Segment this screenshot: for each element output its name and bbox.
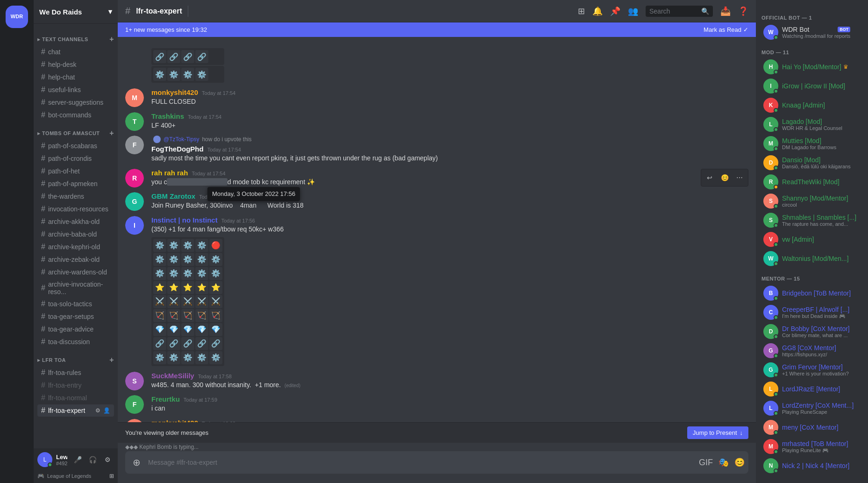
- member-item-mutties[interactable]: M Mutties [Mod] DM Lagado for Barrows: [758, 134, 866, 153]
- channel-item-archive-invocation[interactable]: # archive-invocation-reso...: [37, 279, 114, 297]
- channel-item-server-suggestions[interactable]: # server-suggestions: [37, 96, 114, 108]
- message-author[interactable]: SuckMeSilily: [151, 372, 194, 380]
- settings-button[interactable]: ⚙: [101, 453, 114, 466]
- channel-item-bot-commands[interactable]: # bot-commands: [37, 109, 114, 121]
- gif-button[interactable]: GIF: [699, 458, 713, 468]
- search-bar[interactable]: Search 🔍: [646, 6, 713, 17]
- add-channel-icon2[interactable]: +: [109, 129, 114, 137]
- server-header[interactable]: We Do Raids ▾: [34, 0, 118, 24]
- pin-icon[interactable]: 📌: [610, 6, 620, 16]
- mark-as-read-button[interactable]: Mark as Read ✓: [704, 26, 748, 33]
- new-messages-banner[interactable]: 1+ new messages since 19:32 Mark as Read…: [118, 22, 756, 37]
- member-item-hai-yo[interactable]: H Hai Yo [Mod/Mentor] ♛: [758, 58, 866, 76]
- member-item-creeperbf[interactable]: C CreeperBF | Alrwolf [...] I'm here but…: [758, 303, 866, 322]
- channel-item-toa-solo-tactics[interactable]: # toa-solo-tactics: [37, 298, 114, 310]
- channel-category-general[interactable]: ▸ TEXT CHANNELS +: [34, 28, 118, 45]
- member-item-lordzentry[interactable]: L LordZentry [CoX Ment...] Playing RuneS…: [758, 399, 866, 418]
- settings-icon[interactable]: ⚙: [95, 407, 100, 414]
- server-icon-wdr[interactable]: WDR: [6, 6, 28, 28]
- edited-tag: (edited): [285, 383, 300, 388]
- message-header: rah rah rah Today at 17:54: [151, 169, 748, 177]
- channel-item-chat[interactable]: # chat: [37, 46, 114, 58]
- channel-category-tombs[interactable]: ▸ TOMBS OF AMASCUT +: [34, 122, 118, 139]
- more-actions-button[interactable]: ⋯: [733, 171, 746, 184]
- member-item-bridgebon[interactable]: B Bridgebon [ToB Mentor]: [758, 284, 866, 303]
- member-item-dansio[interactable]: D Dansio [Mod] Dansiō, ēdā lūlū oki kāig…: [758, 153, 866, 172]
- channel-item-archive-zebak-old[interactable]: # archive-zebak-old: [37, 253, 114, 266]
- thread-icon[interactable]: ⊞: [578, 6, 585, 16]
- channel-item-archive-akkha-old[interactable]: # archive-akkha-old: [37, 216, 114, 228]
- message-author[interactable]: Instinct | no Instinct: [151, 216, 218, 224]
- member-item-gg8[interactable]: G GG8 [CoX Mentor] https://fishpuns.xyz/: [758, 341, 866, 360]
- message-author[interactable]: monkyshit420: [151, 419, 198, 422]
- message-author[interactable]: GBM Zarotox: [151, 192, 195, 200]
- channel-item-the-wardens[interactable]: # the-wardens: [37, 190, 114, 202]
- channel-item-toa-gear-advice[interactable]: # toa-gear-advice: [37, 323, 114, 335]
- member-item-wdr-bot[interactable]: W WDR Bot BOT Watching /modmail for repo…: [758, 23, 866, 42]
- notification-bell-icon[interactable]: 🔔: [592, 6, 603, 16]
- emoji-button[interactable]: 😊: [734, 457, 745, 468]
- member-item-vw[interactable]: V vw [Admin]: [758, 230, 866, 249]
- message-author[interactable]: monkyshit420: [151, 88, 198, 96]
- member-item-mrhasted[interactable]: M mrhasted [ToB Mentor] Playing RuneLite…: [758, 437, 866, 456]
- channel-item-lfr-toa-entry[interactable]: # lfr-toa-entry: [37, 379, 114, 391]
- game-window-icon[interactable]: ⊞: [109, 473, 114, 479]
- add-channel-icon[interactable]: +: [109, 35, 114, 43]
- older-messages-text: You're viewing older messages: [125, 429, 208, 436]
- member-item-grim-fervor[interactable]: G Grim Fervor [Mentor] +1 Where is your …: [758, 360, 866, 379]
- channel-item-path-of-scabaras[interactable]: # path-of-scabaras: [37, 140, 114, 152]
- channel-item-archive-wardens-old[interactable]: # archive-wardens-old: [37, 266, 114, 278]
- channel-item-invocation-resources[interactable]: # invocation-resources: [37, 203, 114, 215]
- channel-item-toa-discussion[interactable]: # toa-discussion: [37, 336, 114, 348]
- member-item-lagado[interactable]: L Lagado [Mod] WDR HR & Legal Counsel: [758, 115, 866, 134]
- help-icon[interactable]: ❓: [738, 6, 748, 16]
- member-item-knaag[interactable]: K Knaag [Admin]: [758, 96, 866, 115]
- members-list-icon[interactable]: 👥: [628, 6, 638, 16]
- message-author[interactable]: FogTheDogPhd: [151, 145, 204, 153]
- member-item-waltonius[interactable]: W Waltonius [Mod/Men...]: [758, 249, 866, 268]
- members-icon[interactable]: 👤: [103, 407, 110, 414]
- member-name: Knaag [Admin]: [782, 101, 862, 109]
- avatar: D: [763, 324, 778, 339]
- message-author[interactable]: Trashkins: [151, 112, 184, 120]
- deafen-button[interactable]: 🎧: [86, 453, 99, 466]
- channel-item-help-chat[interactable]: # help-chat: [37, 71, 114, 83]
- reply-button[interactable]: ↩: [703, 171, 716, 184]
- member-item-shannyo[interactable]: S Shannyo [Mod/Mentor] circool: [758, 192, 866, 210]
- channel-item-lfr-toa-rules[interactable]: # lfr-toa-rules: [37, 367, 114, 379]
- messages-area[interactable]: 🔗🔗🔗🔗 ⚙️⚙️⚙️⚙️ M monkyshit420 Today at 17…: [118, 37, 756, 422]
- member-sub-text: https://fishpuns.xyz/: [782, 352, 836, 357]
- channel-item-toa-gear-setups[interactable]: # toa-gear-setups: [37, 310, 114, 323]
- channel-category-lfr[interactable]: ▸ LFR TOA +: [34, 348, 118, 366]
- add-channel-icon3[interactable]: +: [109, 356, 114, 364]
- channel-item-useful-links[interactable]: # useful-links: [37, 84, 114, 96]
- message-header: monkyshit420 Today at 18:03: [151, 419, 748, 422]
- channel-item-path-of-apmeken[interactable]: # path-of-apmeken: [37, 178, 114, 190]
- message-author[interactable]: rah rah rah: [151, 169, 188, 177]
- channel-item-path-of-het[interactable]: # path-of-het: [37, 165, 114, 177]
- message-author[interactable]: Freurtku: [151, 395, 180, 403]
- member-item-nick2[interactable]: N Nick 2 | Nick 4 [Mentor]: [758, 456, 866, 475]
- channel-item-lfr-toa-normal[interactable]: # lfr-toa-normal: [37, 392, 114, 404]
- member-item-shmables[interactable]: S Shmables | Snambles [...] The rapture …: [758, 211, 866, 230]
- member-item-meny[interactable]: M meny [CoX Mentor]: [758, 418, 866, 437]
- inbox-icon[interactable]: 📥: [720, 6, 731, 16]
- channel-item-lfr-toa-expert[interactable]: # lfr-toa-expert ⚙ 👤: [37, 404, 114, 417]
- member-item-dr-bobby[interactable]: D Dr Bobby [CoX Mentor] Cor blimey mate,…: [758, 322, 866, 341]
- channel-item-path-of-crondis[interactable]: # path-of-crondis: [37, 152, 114, 165]
- member-item-igrow[interactable]: I iGrow | iGrow II [Mod]: [758, 77, 866, 95]
- member-name: LordZentry [CoX Ment...]: [782, 402, 854, 409]
- mute-button[interactable]: 🎤: [71, 453, 84, 466]
- channel-item-help-desk[interactable]: # help-desk: [37, 58, 114, 71]
- message-content: you c░░░░░░░░░d mode tob kc requirement …: [151, 178, 748, 187]
- sticker-button[interactable]: 🎭: [719, 457, 729, 468]
- chat-input[interactable]: [148, 453, 695, 472]
- member-name: Lagado [Mod]: [782, 118, 842, 125]
- jump-to-present-button[interactable]: Jump to Present ↓: [687, 426, 748, 439]
- channel-item-archive-kephri-old[interactable]: # archive-kephri-old: [37, 241, 114, 253]
- member-item-lordjraze[interactable]: L LordJRazE [Mentor]: [758, 380, 866, 398]
- add-reaction-button[interactable]: 😊: [718, 171, 731, 184]
- channel-item-archive-baba-old[interactable]: # archive-baba-old: [37, 228, 114, 240]
- add-attachment-button[interactable]: ⊕: [129, 451, 144, 474]
- member-item-readthewiki[interactable]: R ReadTheWiki [Mod]: [758, 173, 866, 191]
